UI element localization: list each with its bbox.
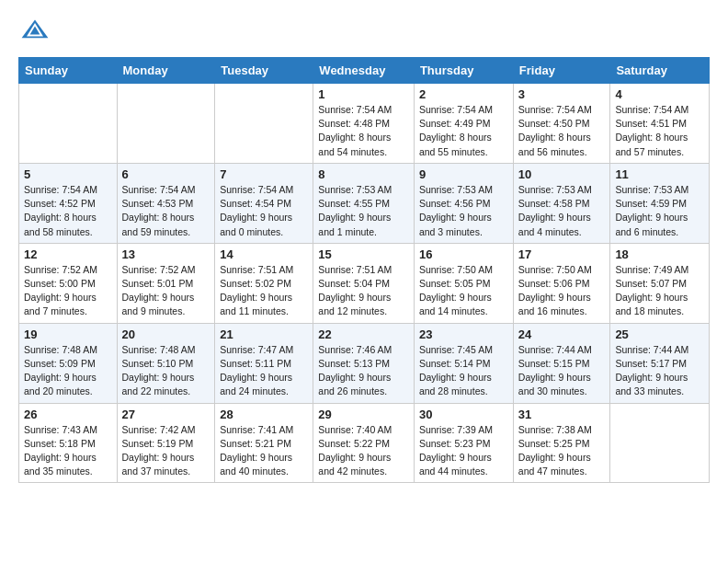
day-number: 28 [220, 408, 308, 421]
day-number: 26 [24, 408, 112, 421]
day-number: 9 [419, 167, 508, 181]
calendar-cell: 13Sunrise: 7:52 AMSunset: 5:01 PMDayligh… [117, 243, 215, 323]
day-content: Sunrise: 7:54 AMSunset: 4:49 PMDaylight:… [419, 103, 508, 159]
calendar-cell: 20Sunrise: 7:48 AMSunset: 5:10 PMDayligh… [117, 323, 215, 403]
calendar-cell: 24Sunrise: 7:44 AMSunset: 5:15 PMDayligh… [513, 323, 610, 403]
day-number: 25 [615, 327, 704, 341]
weekday-saturday: Saturday [610, 58, 710, 84]
calendar-cell: 26Sunrise: 7:43 AMSunset: 5:18 PMDayligh… [19, 403, 118, 483]
day-content: Sunrise: 7:54 AMSunset: 4:50 PMDaylight:… [518, 103, 606, 159]
day-content: Sunrise: 7:44 AMSunset: 5:15 PMDaylight:… [518, 343, 606, 399]
calendar-cell: 18Sunrise: 7:49 AMSunset: 5:07 PMDayligh… [610, 243, 710, 323]
weekday-sunday: Sunday [19, 58, 118, 84]
week-row-1: 1Sunrise: 7:54 AMSunset: 4:48 PMDaylight… [19, 84, 710, 164]
weekday-tuesday: Tuesday [215, 58, 313, 84]
day-content: Sunrise: 7:40 AMSunset: 5:22 PMDaylight:… [318, 423, 409, 479]
day-content: Sunrise: 7:53 AMSunset: 4:58 PMDaylight:… [518, 183, 606, 239]
day-number: 30 [419, 408, 508, 421]
day-number: 4 [615, 87, 704, 101]
day-content: Sunrise: 7:44 AMSunset: 5:17 PMDaylight:… [615, 343, 704, 399]
calendar-cell: 5Sunrise: 7:54 AMSunset: 4:52 PMDaylight… [19, 163, 118, 243]
calendar-cell: 30Sunrise: 7:39 AMSunset: 5:23 PMDayligh… [414, 403, 513, 483]
day-number: 20 [122, 327, 210, 341]
calendar-cell: 6Sunrise: 7:54 AMSunset: 4:53 PMDaylight… [117, 163, 215, 243]
calendar-cell: 4Sunrise: 7:54 AMSunset: 4:51 PMDaylight… [610, 84, 710, 164]
calendar-cell: 10Sunrise: 7:53 AMSunset: 4:58 PMDayligh… [513, 163, 610, 243]
calendar-cell [215, 84, 313, 164]
week-row-2: 5Sunrise: 7:54 AMSunset: 4:52 PMDaylight… [19, 163, 710, 243]
weekday-friday: Friday [513, 58, 610, 84]
day-content: Sunrise: 7:45 AMSunset: 5:14 PMDaylight:… [419, 343, 508, 399]
calendar-cell: 11Sunrise: 7:53 AMSunset: 4:59 PMDayligh… [610, 163, 710, 243]
day-content: Sunrise: 7:54 AMSunset: 4:53 PMDaylight:… [122, 183, 210, 239]
calendar-cell: 28Sunrise: 7:41 AMSunset: 5:21 PMDayligh… [215, 403, 313, 483]
day-content: Sunrise: 7:54 AMSunset: 4:52 PMDaylight:… [24, 183, 112, 239]
day-number: 11 [615, 167, 704, 181]
day-number: 24 [518, 327, 606, 341]
day-content: Sunrise: 7:41 AMSunset: 5:21 PMDaylight:… [220, 423, 308, 479]
calendar-cell: 23Sunrise: 7:45 AMSunset: 5:14 PMDayligh… [414, 323, 513, 403]
day-number: 2 [419, 87, 508, 101]
day-number: 21 [220, 327, 308, 341]
day-content: Sunrise: 7:39 AMSunset: 5:23 PMDaylight:… [419, 423, 508, 479]
calendar-cell: 1Sunrise: 7:54 AMSunset: 4:48 PMDaylight… [313, 84, 415, 164]
calendar-cell: 27Sunrise: 7:42 AMSunset: 5:19 PMDayligh… [117, 403, 215, 483]
calendar-cell: 16Sunrise: 7:50 AMSunset: 5:05 PMDayligh… [414, 243, 513, 323]
calendar-cell: 19Sunrise: 7:48 AMSunset: 5:09 PMDayligh… [19, 323, 118, 403]
day-content: Sunrise: 7:51 AMSunset: 5:04 PMDaylight:… [318, 263, 409, 319]
day-number: 27 [122, 408, 210, 421]
calendar-cell: 2Sunrise: 7:54 AMSunset: 4:49 PMDaylight… [414, 84, 513, 164]
day-content: Sunrise: 7:38 AMSunset: 5:25 PMDaylight:… [518, 423, 606, 479]
day-number: 7 [220, 167, 308, 181]
day-content: Sunrise: 7:47 AMSunset: 5:11 PMDaylight:… [220, 343, 308, 399]
calendar-cell: 12Sunrise: 7:52 AMSunset: 5:00 PMDayligh… [19, 243, 118, 323]
day-content: Sunrise: 7:52 AMSunset: 5:00 PMDaylight:… [24, 263, 112, 319]
calendar-table: SundayMondayTuesdayWednesdayThursdayFrid… [18, 57, 710, 483]
weekday-wednesday: Wednesday [313, 58, 415, 84]
day-content: Sunrise: 7:54 AMSunset: 4:48 PMDaylight:… [318, 103, 409, 159]
logo [18, 15, 57, 48]
day-number: 22 [318, 327, 409, 341]
day-number: 29 [318, 408, 409, 421]
calendar-cell: 15Sunrise: 7:51 AMSunset: 5:04 PMDayligh… [313, 243, 415, 323]
weekday-thursday: Thursday [414, 58, 513, 84]
calendar-cell: 9Sunrise: 7:53 AMSunset: 4:56 PMDaylight… [414, 163, 513, 243]
day-content: Sunrise: 7:53 AMSunset: 4:55 PMDaylight:… [318, 183, 409, 239]
day-content: Sunrise: 7:43 AMSunset: 5:18 PMDaylight:… [24, 423, 112, 479]
day-content: Sunrise: 7:53 AMSunset: 4:56 PMDaylight:… [419, 183, 508, 239]
calendar-cell [19, 84, 118, 164]
day-number: 16 [419, 247, 508, 261]
calendar-cell: 17Sunrise: 7:50 AMSunset: 5:06 PMDayligh… [513, 243, 610, 323]
weekday-header-row: SundayMondayTuesdayWednesdayThursdayFrid… [19, 58, 710, 84]
day-content: Sunrise: 7:48 AMSunset: 5:10 PMDaylight:… [122, 343, 210, 399]
logo-icon [18, 15, 51, 48]
day-content: Sunrise: 7:50 AMSunset: 5:05 PMDaylight:… [419, 263, 508, 319]
day-content: Sunrise: 7:52 AMSunset: 5:01 PMDaylight:… [122, 263, 210, 319]
day-number: 5 [24, 167, 112, 181]
day-number: 6 [122, 167, 210, 181]
day-number: 31 [518, 408, 606, 421]
week-row-5: 26Sunrise: 7:43 AMSunset: 5:18 PMDayligh… [19, 403, 710, 483]
page: SundayMondayTuesdayWednesdayThursdayFrid… [0, 0, 728, 498]
calendar-cell: 21Sunrise: 7:47 AMSunset: 5:11 PMDayligh… [215, 323, 313, 403]
day-number: 10 [518, 167, 606, 181]
day-content: Sunrise: 7:50 AMSunset: 5:06 PMDaylight:… [518, 263, 606, 319]
day-number: 3 [518, 87, 606, 101]
day-content: Sunrise: 7:49 AMSunset: 5:07 PMDaylight:… [615, 263, 704, 319]
day-number: 18 [615, 247, 704, 261]
day-number: 1 [318, 87, 409, 101]
day-content: Sunrise: 7:53 AMSunset: 4:59 PMDaylight:… [615, 183, 704, 239]
day-content: Sunrise: 7:48 AMSunset: 5:09 PMDaylight:… [24, 343, 112, 399]
calendar-cell [117, 84, 215, 164]
week-row-4: 19Sunrise: 7:48 AMSunset: 5:09 PMDayligh… [19, 323, 710, 403]
calendar-cell: 3Sunrise: 7:54 AMSunset: 4:50 PMDaylight… [513, 84, 610, 164]
day-content: Sunrise: 7:54 AMSunset: 4:54 PMDaylight:… [220, 183, 308, 239]
day-number: 14 [220, 247, 308, 261]
day-content: Sunrise: 7:46 AMSunset: 5:13 PMDaylight:… [318, 343, 409, 399]
calendar-cell [610, 403, 710, 483]
calendar-cell: 22Sunrise: 7:46 AMSunset: 5:13 PMDayligh… [313, 323, 415, 403]
day-number: 19 [24, 327, 112, 341]
header [18, 15, 710, 48]
weekday-monday: Monday [117, 58, 215, 84]
calendar-cell: 14Sunrise: 7:51 AMSunset: 5:02 PMDayligh… [215, 243, 313, 323]
